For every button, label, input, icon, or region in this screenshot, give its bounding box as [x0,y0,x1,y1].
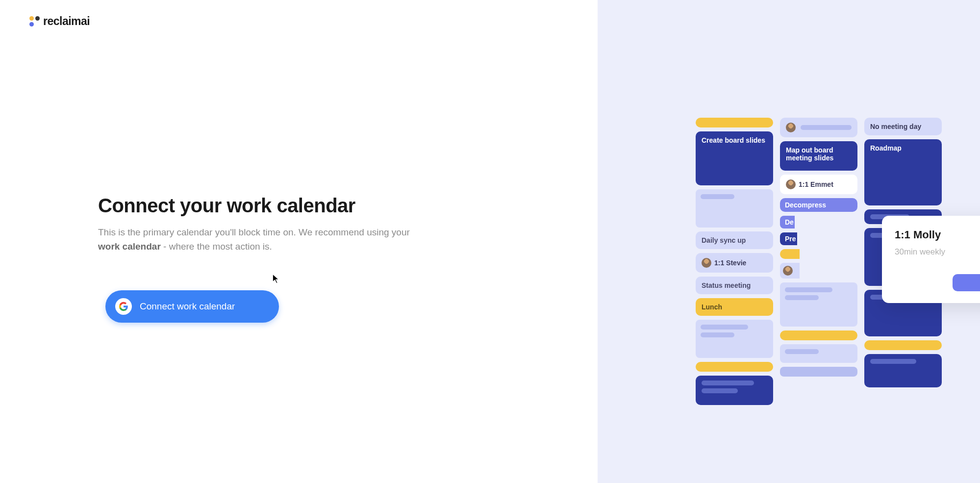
connect-calendar-button[interactable]: Connect work calendar [105,290,279,323]
event-title: De [785,218,794,226]
calendar-grid: Create board slides Daily sync up 1:1 St… [696,118,942,405]
tooltip-title: 1:1 Molly [895,229,941,241]
calendar-event: 1:1 Emmet [780,175,857,194]
calendar-event: Decompress [780,198,857,212]
calendar-event-placeholder [696,189,773,228]
cursor-icon [272,274,281,284]
avatar-icon [786,179,796,189]
calendar-preview-panel: Create board slides Daily sync up 1:1 St… [598,0,980,483]
calendar-event: Status meeting [696,277,773,294]
calendar-event: Daily sync up [696,231,773,249]
logo: reclaimai [29,15,568,28]
calendar-event-placeholder [696,376,773,405]
event-tooltip-card: 1:1 Molly 30min weekly [882,216,980,303]
calendar-event-placeholder [780,282,857,327]
calendar-event-placeholder [696,320,773,358]
calendar-event-placeholder [780,249,800,259]
calendar-event-placeholder [696,118,773,127]
event-title: Create board slides [702,136,765,144]
onboarding-content: Connect your work calendar This is the p… [98,195,417,323]
event-title: 1:1 Emmet [799,180,833,188]
page-description: This is the primary calendar you'll bloc… [98,226,417,254]
description-prefix: This is the primary calendar you'll bloc… [98,227,410,237]
event-title: Decompress [785,201,826,209]
calendar-event: Roadmap [864,139,942,205]
calendar-column-1: Create board slides Daily sync up 1:1 St… [696,118,773,405]
calendar-event-placeholder [780,330,857,340]
calendar-event: No meeting day [864,118,942,135]
calendar-event-placeholder [780,344,857,363]
calendar-event: Map out board meeting slides [780,141,857,171]
calendar-column-2: Map out board meeting slides 1:1 Emmet D… [780,118,857,405]
event-title: Roadmap [870,144,902,152]
avatar-icon [786,123,796,132]
tooltip-subtitle: 30min weekly [895,247,980,257]
event-title: Pre [785,235,796,243]
calendar-event [780,118,857,137]
avatar-icon [702,258,711,268]
event-title: No meeting day [870,123,921,130]
calendar-event-truncated: De [780,216,795,229]
event-title: Daily sync up [702,236,746,244]
event-title: Map out board meeting slides [786,146,833,162]
logo-mark-icon [29,16,40,27]
calendar-event-placeholder [864,340,942,350]
connect-button-label: Connect work calendar [140,301,235,312]
page-heading: Connect your work calendar [98,195,417,217]
calendar-event-placeholder [780,367,857,377]
calendar-event [780,263,800,279]
left-panel: reclaimai Connect your work calendar Thi… [0,0,598,483]
calendar-event: 1:1 Stevie [696,253,773,273]
calendar-event-placeholder [864,354,942,387]
calendar-event-truncated: Pre [780,232,797,245]
calendar-event: Lunch [696,298,773,316]
logo-text: reclaimai [43,15,90,28]
description-suffix: - where the most action is. [161,241,272,252]
avatar-icon [783,266,793,276]
description-bold: work calendar [98,241,161,252]
calendar-event: Create board slides [696,131,773,185]
google-icon [115,298,132,315]
event-title: Status meeting [702,281,751,289]
event-title: Lunch [702,303,722,311]
calendar-event-placeholder [696,362,773,372]
event-title: 1:1 Stevie [714,259,746,267]
tooltip-action-button[interactable] [953,274,980,291]
